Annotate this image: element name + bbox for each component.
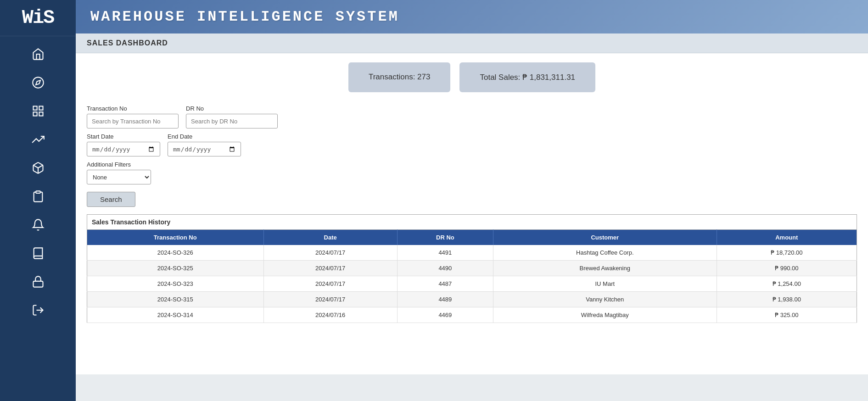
page-body: Transactions: 273 Total Sales: ₱ 1,831,3… — [76, 53, 868, 374]
clipboard-icon — [32, 190, 45, 203]
cell-date: 2024/07/17 — [263, 292, 397, 307]
table-section: Sales Transaction History Transaction No… — [87, 214, 857, 323]
sidebar-item-home[interactable] — [26, 42, 50, 67]
page-content: SALES DASHBOARD Transactions: 273 Total … — [76, 33, 868, 401]
sidebar-item-book[interactable] — [26, 241, 50, 266]
app-logo: WiS — [22, 8, 54, 28]
filter-row-search: Search — [87, 189, 857, 207]
svg-rect-4 — [39, 112, 43, 116]
sidebar-nav — [0, 36, 76, 323]
cell-customer: Wilfreda Magtibay — [493, 307, 717, 323]
cell-date: 2024/07/17 — [263, 276, 397, 292]
start-date-input[interactable] — [87, 142, 160, 156]
transaction-no-label: Transaction No — [87, 105, 179, 112]
cell-customer: Brewed Awakening — [493, 261, 717, 276]
sidebar-item-grid[interactable] — [26, 99, 50, 123]
cell-dr_no: 4487 — [397, 276, 493, 292]
sidebar-item-chart[interactable] — [26, 127, 50, 152]
additional-filters-label: Additional Filters — [87, 161, 151, 168]
cell-date: 2024/07/16 — [263, 307, 397, 323]
cell-transaction_no: 2024-SO-323 — [87, 276, 264, 292]
filter-row-3: Additional Filters None By Customer By D… — [87, 161, 857, 184]
svg-rect-2 — [33, 106, 37, 110]
main-content: WAREHOUSE INTELLIGENCE SYSTEM SALES DASH… — [76, 0, 868, 401]
cell-amount: ₱ 18,720.00 — [717, 245, 857, 261]
cell-dr_no: 4469 — [397, 307, 493, 323]
cell-customer: IU Mart — [493, 276, 717, 292]
sidebar-item-clipboard[interactable] — [26, 184, 50, 209]
transactions-stat: Transactions: 273 — [348, 62, 451, 92]
total-sales-stat: Total Sales: ₱ 1,831,311.31 — [459, 62, 595, 92]
table-row: 2024-SO-3252024/07/174490Brewed Awakenin… — [87, 261, 857, 276]
sidebar-item-bell[interactable] — [26, 212, 50, 237]
cell-amount: ₱ 1,254.00 — [717, 276, 857, 292]
col-transaction-no: Transaction No — [87, 230, 264, 245]
sales-table: Transaction No Date DR No Customer Amoun… — [87, 229, 857, 323]
search-button[interactable]: Search — [87, 192, 135, 207]
logo-area: WiS — [0, 0, 76, 36]
sidebar-item-box[interactable] — [26, 156, 50, 180]
svg-rect-8 — [33, 281, 43, 287]
cell-amount: ₱ 990.00 — [717, 261, 857, 276]
transactions-stat-label: Transactions: 273 — [369, 72, 431, 81]
cell-date: 2024/07/17 — [263, 245, 397, 261]
additional-filters-group: Additional Filters None By Customer By D… — [87, 161, 151, 184]
filter-row-1: Transaction No DR No — [87, 105, 857, 128]
col-dr-no: DR No — [397, 230, 493, 245]
dr-no-label: DR No — [186, 105, 278, 112]
cell-transaction_no: 2024-SO-325 — [87, 261, 264, 276]
table-header: Transaction No Date DR No Customer Amoun… — [87, 230, 857, 245]
end-date-filter: End Date — [168, 133, 241, 156]
cell-dr_no: 4489 — [397, 292, 493, 307]
table-row: 2024-SO-3142024/07/164469Wilfreda Magtib… — [87, 307, 857, 323]
lock-icon — [32, 275, 45, 288]
svg-rect-5 — [33, 112, 37, 116]
logout-icon — [32, 304, 45, 317]
book-icon — [32, 247, 45, 260]
table-row: 2024-SO-3262024/07/174491Hashtag Coffee … — [87, 245, 857, 261]
cell-customer: Hashtag Coffee Corp. — [493, 245, 717, 261]
cell-transaction_no: 2024-SO-326 — [87, 245, 264, 261]
app-title: WAREHOUSE INTELLIGENCE SYSTEM — [90, 8, 399, 25]
chart-icon — [32, 133, 45, 146]
page-header: SALES DASHBOARD — [76, 33, 868, 53]
cell-date: 2024/07/17 — [263, 261, 397, 276]
svg-point-0 — [33, 77, 43, 88]
svg-marker-1 — [36, 80, 40, 85]
cell-amount: ₱ 1,938.00 — [717, 292, 857, 307]
col-customer: Customer — [493, 230, 717, 245]
table-header-row: Transaction No Date DR No Customer Amoun… — [87, 230, 857, 245]
app-header: WAREHOUSE INTELLIGENCE SYSTEM — [76, 0, 868, 33]
end-date-input[interactable] — [168, 142, 241, 156]
dr-no-input[interactable] — [186, 114, 278, 128]
page-title: SALES DASHBOARD — [87, 39, 168, 47]
col-date: Date — [263, 230, 397, 245]
transaction-no-input[interactable] — [87, 114, 179, 128]
table-row: 2024-SO-3232024/07/174487IU Mart₱ 1,254.… — [87, 276, 857, 292]
dr-no-filter: DR No — [186, 105, 278, 128]
table-title: Sales Transaction History — [87, 214, 857, 229]
sidebar-item-compass[interactable] — [26, 70, 50, 95]
svg-rect-3 — [39, 106, 43, 110]
start-date-filter: Start Date — [87, 133, 160, 156]
cell-customer: Vanny Kitchen — [493, 292, 717, 307]
cell-transaction_no: 2024-SO-314 — [87, 307, 264, 323]
grid-icon — [32, 105, 45, 117]
box-icon — [32, 162, 45, 174]
table-row: 2024-SO-3152024/07/174489Vanny Kitchen₱ … — [87, 292, 857, 307]
sidebar-item-logout[interactable] — [26, 298, 50, 323]
filter-row-2: Start Date End Date — [87, 133, 857, 156]
home-icon — [32, 48, 45, 61]
table-body: 2024-SO-3262024/07/174491Hashtag Coffee … — [87, 245, 857, 323]
stats-row: Transactions: 273 Total Sales: ₱ 1,831,3… — [87, 62, 857, 92]
cell-transaction_no: 2024-SO-315 — [87, 292, 264, 307]
sidebar-item-lock[interactable] — [26, 269, 50, 294]
filters-section: Transaction No DR No Start Date End Date — [87, 105, 857, 207]
sidebar: WiS — [0, 0, 76, 401]
transaction-no-filter: Transaction No — [87, 105, 179, 128]
total-sales-stat-label: Total Sales: ₱ 1,831,311.31 — [480, 73, 575, 82]
start-date-label: Start Date — [87, 133, 160, 140]
end-date-label: End Date — [168, 133, 241, 140]
additional-filters-select[interactable]: None By Customer By Date — [87, 170, 151, 184]
bell-icon — [32, 218, 45, 231]
